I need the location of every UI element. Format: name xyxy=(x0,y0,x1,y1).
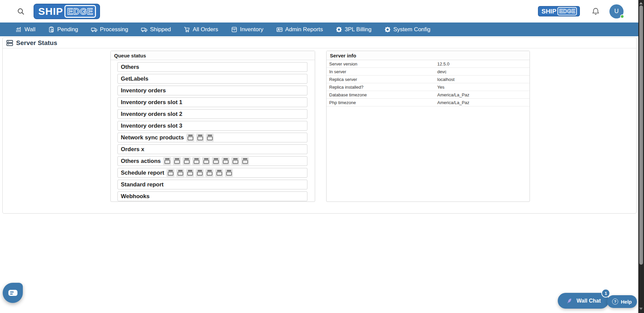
printer-icon[interactable] xyxy=(173,157,181,165)
help-button[interactable]: ? Help xyxy=(607,295,637,308)
printer-icon[interactable] xyxy=(231,157,239,165)
wall-chat-button[interactable]: Wall Chat 1 xyxy=(558,293,609,309)
server-info-label: Database timezone xyxy=(327,92,437,97)
printer-icon[interactable] xyxy=(196,169,204,177)
nav-item-pending[interactable]: Pending xyxy=(48,26,78,33)
nav-item-label: Shipped xyxy=(150,26,171,33)
printer-icon[interactable] xyxy=(225,169,233,177)
printer-icon[interactable] xyxy=(163,157,171,165)
chat-launcher-button[interactable] xyxy=(3,283,23,303)
nav-item-wall[interactable]: Wall xyxy=(15,26,35,33)
server-info-row: Php timezone America/La_Paz xyxy=(327,99,530,106)
queue-item-label: Webhooks xyxy=(121,193,150,200)
truck-icon xyxy=(91,26,98,33)
queue-item[interactable]: Webhooks xyxy=(117,191,307,201)
queue-item-label: Orders x xyxy=(121,146,144,153)
top-header: SHIP EDGE SHIP EDGE U xyxy=(0,0,638,23)
queue-item-label: Inventory orders slot 1 xyxy=(121,99,182,106)
nav-item-label: System Config xyxy=(393,26,431,33)
queue-item-label: Others actions xyxy=(121,158,161,165)
queue-item[interactable]: Schedule report xyxy=(117,168,307,178)
printer-icon[interactable] xyxy=(166,169,175,177)
logo-small-text-ship: SHIP xyxy=(541,8,556,15)
search-icon[interactable] xyxy=(16,7,26,16)
scrollbar-down-arrow-icon[interactable] xyxy=(639,308,643,310)
queue-item[interactable]: Orders x xyxy=(117,144,307,154)
nav-item-admin-reports[interactable]: Admin Reports xyxy=(276,26,323,33)
server-info-value: devc xyxy=(437,69,446,74)
printer-icon[interactable] xyxy=(183,157,191,165)
queue-item[interactable]: Inventory orders xyxy=(117,86,307,95)
nav-item-all-orders[interactable]: All Orders xyxy=(184,26,218,33)
shipedge-logo[interactable]: SHIP EDGE xyxy=(34,4,100,19)
shipedge-logo-small: SHIP EDGE xyxy=(538,6,580,16)
printer-icon[interactable] xyxy=(206,134,214,142)
queue-item[interactable]: Others actions xyxy=(117,156,307,166)
printer-icon[interactable] xyxy=(205,169,213,177)
wall-chat-label: Wall Chat xyxy=(577,298,601,304)
server-info-value: America/La_Paz xyxy=(437,92,469,97)
printer-icon[interactable] xyxy=(186,169,194,177)
user-avatar[interactable]: U xyxy=(609,4,624,18)
queue-item[interactable]: Inventory orders slot 3 xyxy=(117,121,307,131)
queue-status-panel: Queue status Others GetLabels Inventory … xyxy=(110,51,315,202)
nav-item-label: All Orders xyxy=(193,26,218,33)
server-info-panel-title: Server info xyxy=(327,51,530,60)
server-info-label: In server xyxy=(327,69,437,74)
printer-icon[interactable] xyxy=(196,134,204,142)
queue-item-label: Inventory orders xyxy=(121,87,166,94)
cart-icon xyxy=(184,26,190,33)
queue-item-label: GetLabels xyxy=(121,76,148,82)
nav-item-processing[interactable]: Processing xyxy=(91,26,128,33)
queue-item[interactable]: Others xyxy=(117,62,307,72)
printer-icon[interactable] xyxy=(176,169,184,177)
online-status-dot xyxy=(620,14,624,18)
server-info-value: America/La_Paz xyxy=(437,100,469,105)
server-info-row: Database timezone America/La_Paz xyxy=(327,91,530,99)
nav-item-label: Admin Reports xyxy=(285,26,323,33)
queue-item[interactable]: Inventory orders slot 2 xyxy=(117,109,307,119)
nav-item-inventory[interactable]: Inventory xyxy=(231,26,263,33)
main-navbar: Wall Pending Processing Shipped All Orde… xyxy=(0,23,638,36)
notifications-bell-icon[interactable] xyxy=(591,6,601,16)
chart-bars-icon xyxy=(15,26,22,33)
scrollbar-up-arrow-icon[interactable] xyxy=(639,2,643,4)
server-info-value: Yes xyxy=(437,85,444,90)
printer-icon[interactable] xyxy=(241,157,249,165)
nav-item-label: Pending xyxy=(57,26,78,33)
queue-item[interactable]: GetLabels xyxy=(117,74,307,84)
server-info-row: Replica installed? Yes xyxy=(327,83,530,91)
help-label: Help xyxy=(621,299,632,305)
vertical-scrollbar xyxy=(638,0,644,313)
nav-item-label: Processing xyxy=(100,26,128,33)
server-info-row: In server devc xyxy=(327,68,530,76)
queue-item[interactable]: Standard report xyxy=(117,180,307,189)
queue-item-label: Others xyxy=(121,64,139,71)
printer-icon[interactable] xyxy=(192,157,200,165)
queue-status-panel-title: Queue status xyxy=(111,51,315,60)
nav-item-3pl-billing[interactable]: 3PL Billing xyxy=(336,26,371,33)
nav-item-label: 3PL Billing xyxy=(345,26,371,33)
scrollbar-thumb[interactable] xyxy=(639,5,643,265)
server-info-value: localhost xyxy=(437,77,454,82)
logo-small-text-edge: EDGE xyxy=(557,7,577,15)
nav-item-label: Inventory xyxy=(240,26,263,33)
nav-item-system-config[interactable]: System Config xyxy=(384,26,431,33)
logo-text-ship: SHIP xyxy=(38,6,63,17)
printer-icon[interactable] xyxy=(215,169,223,177)
queue-item[interactable]: Inventory orders slot 1 xyxy=(117,97,307,107)
nav-item-shipped[interactable]: Shipped xyxy=(141,26,171,33)
printer-icon[interactable] xyxy=(186,134,194,142)
page-title-bar: Server Status xyxy=(3,38,636,48)
printer-icon[interactable] xyxy=(221,157,230,165)
printer-icon[interactable] xyxy=(212,157,220,165)
printer-icon[interactable] xyxy=(202,157,210,165)
server-info-label: Php timezone xyxy=(327,100,437,105)
question-mark-icon: ? xyxy=(612,299,618,305)
queue-item[interactable]: Network sync products xyxy=(117,133,307,142)
report-card-icon xyxy=(276,26,283,33)
feather-icon xyxy=(566,298,573,304)
server-info-label: Replica installed? xyxy=(327,85,437,90)
queue-item-label: Schedule report xyxy=(121,170,164,176)
server-status-card: Server Status Queue status Others GetLab… xyxy=(2,37,637,214)
